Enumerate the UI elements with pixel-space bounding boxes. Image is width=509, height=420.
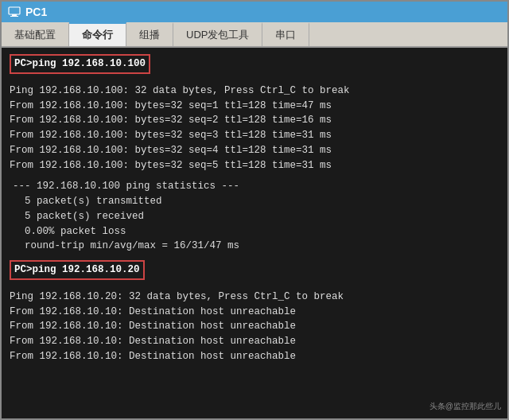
pc1-window: PC1 基础配置 命令行 组播 UDP发包工具 串口 PC>ping 192.1… xyxy=(0,0,509,420)
ping1-line-4: From 192.168.10.100: bytes=32 seq=4 ttl=… xyxy=(10,143,499,158)
ping2-line-4: From 192.168.10.10: Destination host unr… xyxy=(10,349,499,364)
terminal-wrapper: PC>ping 192.168.10.100 Ping 192.168.10.1… xyxy=(2,48,507,418)
svg-rect-2 xyxy=(10,16,18,17)
terminal[interactable]: PC>ping 192.168.10.100 Ping 192.168.10.1… xyxy=(2,48,507,418)
pc-icon xyxy=(8,6,21,18)
stat1-2: 5 packet(s) received xyxy=(10,209,499,224)
window-title: PC1 xyxy=(25,6,47,18)
title-bar: PC1 xyxy=(2,2,507,22)
stat1-4: round-trip min/avg/max = 16/31/47 ms xyxy=(10,239,499,254)
cmd1-block: PC>ping 192.168.10.100 xyxy=(10,54,150,74)
tab-basic-config[interactable]: 基础配置 xyxy=(2,22,69,46)
tab-udp-tool[interactable]: UDP发包工具 xyxy=(173,22,262,46)
ping1-line-0: Ping 192.168.10.100: 32 data bytes, Pres… xyxy=(10,84,499,99)
ping1-line-3: From 192.168.10.100: bytes=32 seq=3 ttl=… xyxy=(10,128,499,143)
svg-rect-0 xyxy=(9,7,20,14)
ping1-line-1: From 192.168.10.100: bytes=32 seq=1 ttl=… xyxy=(10,99,499,114)
watermark: 头条@监控那此些儿 xyxy=(429,401,501,412)
ping2-line-2: From 192.168.10.10: Destination host unr… xyxy=(10,319,499,334)
svg-rect-1 xyxy=(12,14,17,16)
stat1-3: 0.00% packet loss xyxy=(10,224,499,239)
tab-multicast[interactable]: 组播 xyxy=(126,22,173,46)
ping2-line-1: From 192.168.10.10: Destination host unr… xyxy=(10,305,499,320)
ping1-line-2: From 192.168.10.100: bytes=32 seq=2 ttl=… xyxy=(10,113,499,128)
ping1-line-5: From 192.168.10.100: bytes=32 seq=5 ttl=… xyxy=(10,158,499,173)
tab-bar: 基础配置 命令行 组播 UDP发包工具 串口 xyxy=(2,22,507,48)
tab-command-line[interactable]: 命令行 xyxy=(69,22,126,46)
stat1-1: 5 packet(s) transmitted xyxy=(10,194,499,209)
ping2-line-0: Ping 192.168.10.20: 32 data bytes, Press… xyxy=(10,290,499,305)
cmd2-block: PC>ping 192.168.10.20 xyxy=(10,260,145,280)
tab-serial[interactable]: 串口 xyxy=(262,22,309,46)
ping2-line-3: From 192.168.10.10: Destination host unr… xyxy=(10,334,499,349)
stat1-0: --- 192.168.10.100 ping statistics --- xyxy=(10,179,499,194)
